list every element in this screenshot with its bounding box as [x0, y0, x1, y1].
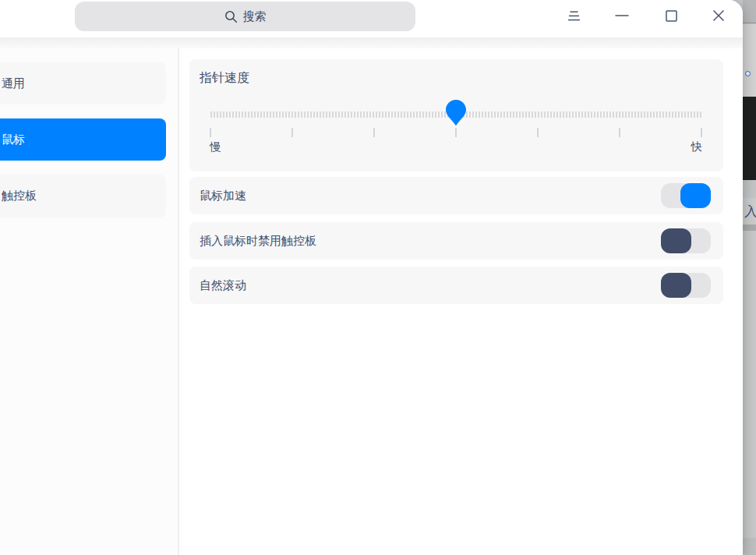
- natural-scrolling-toggle[interactable]: [661, 273, 711, 298]
- slider-tick: [619, 128, 620, 137]
- content-panel: 指针速度: [179, 48, 743, 555]
- toggle-knob: [661, 228, 691, 253]
- sidebar-item-mouse[interactable]: 鼠标: [0, 118, 166, 161]
- toggle-label: 插入鼠标时禁用触控板: [189, 234, 316, 249]
- mouse-acceleration-row: 鼠标加速: [189, 177, 723, 214]
- search-label: 搜索: [243, 9, 267, 24]
- slider-range-labels: 慢 快: [210, 140, 702, 154]
- background-block: [743, 24, 756, 97]
- sidebar-item-touchpad[interactable]: 触控板: [0, 175, 166, 217]
- background-dark-block: [743, 97, 756, 180]
- pointer-speed-card: 指针速度: [189, 59, 723, 171]
- slider-tick: [455, 128, 457, 137]
- sidebar: 通用 鼠标 触控板: [0, 48, 178, 555]
- toggle-knob: [661, 273, 691, 298]
- disable-touchpad-toggle[interactable]: [661, 228, 711, 253]
- slider-tick: [373, 128, 375, 137]
- screen: 入 搜索: [0, 0, 756, 555]
- background-block: [743, 224, 756, 231]
- sidebar-item-label: 鼠标: [0, 133, 25, 147]
- settings-window: 搜索: [0, 0, 743, 555]
- disable-touchpad-row: 插入鼠标时禁用触控板: [189, 222, 723, 260]
- slider-tick: [291, 128, 293, 137]
- background-dot-icon: [745, 71, 751, 76]
- close-button[interactable]: [707, 4, 730, 27]
- mouse-acceleration-toggle[interactable]: [661, 183, 711, 208]
- background-block: [743, 0, 756, 23]
- search-icon: [224, 10, 238, 23]
- slider-tick: [210, 128, 211, 137]
- toggle-label: 鼠标加速: [189, 189, 246, 203]
- hamburger-menu-icon: [567, 10, 581, 22]
- menu-button[interactable]: [562, 4, 585, 27]
- sidebar-item-label: 通用: [0, 76, 25, 91]
- minimize-button[interactable]: [610, 4, 634, 27]
- slider-ticks: [210, 128, 702, 137]
- background-block: [743, 180, 756, 198]
- slider-handle[interactable]: [446, 100, 466, 126]
- slider-tick: [537, 128, 539, 137]
- titlebar: 搜索: [0, 0, 743, 37]
- maximize-button[interactable]: [659, 4, 683, 27]
- search-box[interactable]: 搜索: [75, 2, 415, 31]
- close-icon: [712, 9, 725, 22]
- maximize-icon: [666, 10, 677, 22]
- slider-tick: [701, 128, 702, 137]
- desktop-background-strip: 入: [743, 0, 756, 555]
- pointer-speed-slider[interactable]: [210, 59, 701, 171]
- sidebar-item-general[interactable]: 通用: [0, 62, 166, 104]
- background-block: [743, 538, 756, 555]
- slider-max-label: 快: [691, 140, 703, 154]
- toggle-knob: [680, 183, 711, 208]
- background-block: [743, 231, 756, 538]
- slider-min-label: 慢: [210, 140, 221, 154]
- minimize-icon: [615, 14, 629, 17]
- natural-scrolling-row: 自然滚动: [189, 267, 723, 304]
- slider-handle-icon: [446, 100, 466, 126]
- background-partial-text: 入: [743, 198, 756, 224]
- sidebar-item-label: 触控板: [0, 189, 37, 203]
- toggle-label: 自然滚动: [189, 278, 246, 293]
